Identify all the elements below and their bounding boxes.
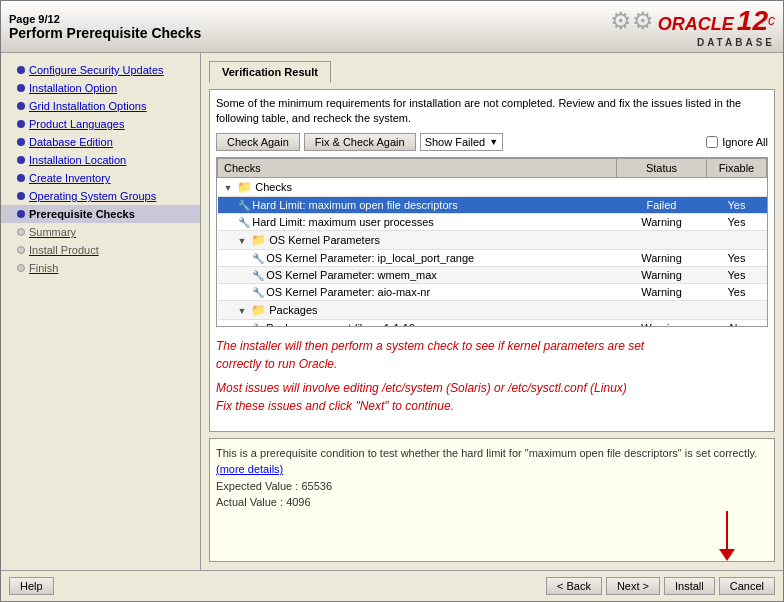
- sidebar-item-label: Create Inventory: [29, 172, 110, 184]
- sidebar-dot-icon: [17, 228, 25, 236]
- sidebar-item-installation-option[interactable]: Installation Option: [1, 79, 200, 97]
- fix-check-again-button[interactable]: Fix & Check Again: [304, 133, 416, 151]
- table-row[interactable]: ▼ 📁 Packages: [218, 300, 767, 319]
- sidebar-item-label: Installation Location: [29, 154, 126, 166]
- verification-panel: Some of the minimum requirements for ins…: [209, 89, 775, 432]
- ignore-all-container: Ignore All: [706, 136, 768, 148]
- main-panel: Verification Result Some of the minimum …: [201, 53, 783, 570]
- check-again-button[interactable]: Check Again: [216, 133, 300, 151]
- next-button[interactable]: Next >: [606, 577, 660, 595]
- cancel-button[interactable]: Cancel: [719, 577, 775, 595]
- description: Some of the minimum requirements for ins…: [216, 96, 768, 127]
- sidebar-dot-icon: [17, 120, 25, 128]
- table-row[interactable]: 🔧 OS Kernel Parameter: wmem_maxWarningYe…: [218, 266, 767, 283]
- table-row[interactable]: 🔧 Hard Limit: maximum open file descript…: [218, 196, 767, 213]
- sidebar-dot-icon: [17, 66, 25, 74]
- sidebar-item-create-inventory[interactable]: Create Inventory: [1, 169, 200, 187]
- info-box: This is a prerequisite condition to test…: [209, 438, 775, 563]
- footer: Help < Back Next > Install Cancel: [1, 570, 783, 601]
- table-row[interactable]: 🔧 OS Kernel Parameter: ip_local_port_ran…: [218, 249, 767, 266]
- oracle-version: 12: [737, 5, 768, 37]
- table-row[interactable]: ▼ 📁 OS Kernel Parameters: [218, 230, 767, 249]
- sidebar-dot-icon: [17, 192, 25, 200]
- page-indicator: Page 9/12: [9, 13, 201, 25]
- oracle-logo: ⚙⚙ ORACLE 12c DATABASE: [610, 5, 775, 48]
- check-item-icon: 🔧: [252, 253, 267, 264]
- tab-verification[interactable]: Verification Result: [209, 61, 331, 83]
- sidebar-item-label: Product Languages: [29, 118, 124, 130]
- arrow-container: [216, 511, 768, 556]
- help-button[interactable]: Help: [9, 577, 54, 595]
- check-fixable: Yes: [707, 196, 767, 213]
- sidebar-dot-icon: [17, 210, 25, 218]
- annotation-line2: Most issues will involve editing /etc/sy…: [216, 379, 768, 415]
- check-item-icon: 🔧: [252, 270, 267, 281]
- folder-icon: 📁: [237, 180, 255, 194]
- sidebar-item-os-groups[interactable]: Operating System Groups: [1, 187, 200, 205]
- table-row[interactable]: 🔧 Hard Limit: maximum user processesWarn…: [218, 213, 767, 230]
- sidebar-dot-icon: [17, 84, 25, 92]
- more-details-link[interactable]: (more details): [216, 463, 283, 475]
- sidebar-item-prereq-checks[interactable]: Prerequisite Checks: [1, 205, 200, 223]
- sidebar-item-configure-security[interactable]: Configure Security Updates: [1, 61, 200, 79]
- expand-icon[interactable]: ▼: [238, 306, 249, 316]
- check-fixable: [707, 300, 767, 319]
- check-label: ▼ 📁 Checks: [218, 177, 617, 196]
- sidebar-item-install-product[interactable]: Install Product: [1, 241, 200, 259]
- sidebar-dot-icon: [17, 174, 25, 182]
- check-status: Warning: [617, 283, 707, 300]
- table-row[interactable]: 🔧 OS Kernel Parameter: aio-max-nrWarning…: [218, 283, 767, 300]
- table-row[interactable]: 🔧 Package: compat-libcap1-1.10WarningNo: [218, 319, 767, 326]
- show-filter-dropdown[interactable]: Show Failed ▼: [420, 133, 503, 151]
- nav-buttons: < Back Next > Install Cancel: [546, 577, 775, 595]
- check-label: 🔧 Hard Limit: maximum user processes: [218, 213, 617, 230]
- sidebar-item-label: Configure Security Updates: [29, 64, 164, 76]
- check-item-icon: 🔧: [238, 217, 253, 228]
- arrow-head-icon: [719, 549, 735, 561]
- check-status: [617, 230, 707, 249]
- check-fixable: Yes: [707, 283, 767, 300]
- back-button[interactable]: < Back: [546, 577, 602, 595]
- ignore-all-label: Ignore All: [722, 136, 768, 148]
- folder-icon: 📁: [251, 233, 269, 247]
- col-fixable: Fixable: [707, 158, 767, 177]
- sidebar-item-grid-installation[interactable]: Grid Installation Options: [1, 97, 200, 115]
- check-fixable: [707, 177, 767, 196]
- sidebar: Configure Security UpdatesInstallation O…: [1, 53, 201, 570]
- sidebar-dot-icon: [17, 246, 25, 254]
- check-label: ▼ 📁 OS Kernel Parameters: [218, 230, 617, 249]
- title-bar: Page 9/12 Perform Prerequisite Checks ⚙⚙…: [1, 1, 783, 53]
- sidebar-item-database-edition[interactable]: Database Edition: [1, 133, 200, 151]
- sidebar-item-label: Prerequisite Checks: [29, 208, 135, 220]
- check-item-icon: 🔧: [238, 200, 253, 211]
- check-label: 🔧 OS Kernel Parameter: wmem_max: [218, 266, 617, 283]
- sidebar-item-summary[interactable]: Summary: [1, 223, 200, 241]
- expand-icon[interactable]: ▼: [238, 236, 249, 246]
- install-button[interactable]: Install: [664, 577, 715, 595]
- ignore-all-checkbox[interactable]: [706, 136, 718, 148]
- check-item-icon: 🔧: [252, 323, 267, 327]
- check-status: [617, 300, 707, 319]
- check-label: 🔧 OS Kernel Parameter: aio-max-nr: [218, 283, 617, 300]
- sidebar-dot-icon: [17, 102, 25, 110]
- expand-icon[interactable]: ▼: [224, 183, 235, 193]
- check-label: 🔧 OS Kernel Parameter: ip_local_port_ran…: [218, 249, 617, 266]
- sidebar-item-finish[interactable]: Finish: [1, 259, 200, 277]
- expected-value: : 65536: [295, 480, 332, 492]
- sidebar-item-label: Grid Installation Options: [29, 100, 146, 112]
- check-status: Warning: [617, 213, 707, 230]
- check-fixable: Yes: [707, 266, 767, 283]
- check-status: [617, 177, 707, 196]
- page-title: Perform Prerequisite Checks: [9, 25, 201, 41]
- oracle-subtitle: DATABASE: [697, 37, 775, 48]
- folder-icon: 📁: [251, 303, 269, 317]
- sidebar-item-label: Database Edition: [29, 136, 113, 148]
- tab-bar: Verification Result: [209, 61, 775, 83]
- sidebar-item-product-languages[interactable]: Product Languages: [1, 115, 200, 133]
- toolbar: Check Again Fix & Check Again Show Faile…: [216, 133, 768, 151]
- sidebar-item-label: Installation Option: [29, 82, 117, 94]
- sidebar-item-installation-location[interactable]: Installation Location: [1, 151, 200, 169]
- check-status: Warning: [617, 249, 707, 266]
- table-row[interactable]: ▼ 📁 Checks: [218, 177, 767, 196]
- sidebar-dot-icon: [17, 138, 25, 146]
